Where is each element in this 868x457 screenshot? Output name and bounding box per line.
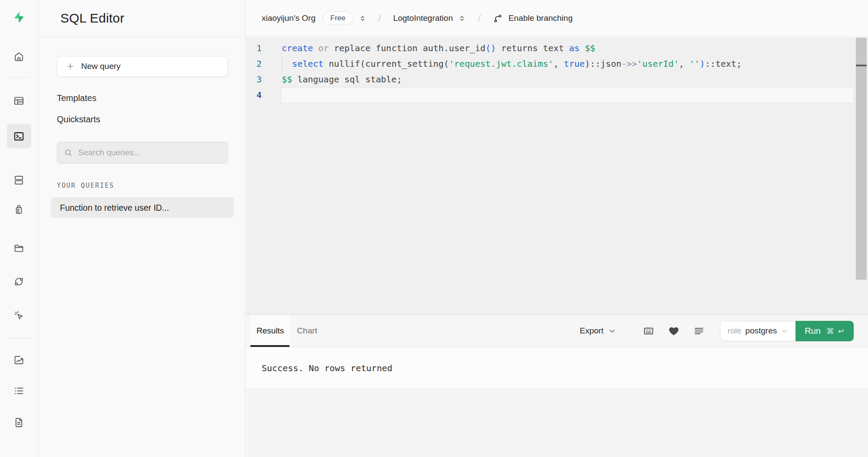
sidebar-item-reports[interactable]: [10, 350, 29, 369]
sidebar-item-api-docs[interactable]: [10, 413, 29, 432]
code-area[interactable]: 1create or replace function auth.user_id…: [246, 37, 868, 314]
run-button[interactable]: Run ⌘ ↵: [796, 321, 854, 341]
plus-icon: [66, 62, 75, 71]
org-breadcrumb[interactable]: xiaoyijun's Org: [262, 13, 316, 23]
sql-editor-icon: [13, 131, 25, 142]
scrollbar-cursor-marker: [856, 65, 867, 66]
sidebar-item-database[interactable]: [10, 170, 29, 189]
chevrons-up-down-icon: [359, 14, 366, 23]
new-query-button[interactable]: New query: [57, 56, 228, 77]
project-switcher-button[interactable]: [458, 14, 466, 23]
role-label: role: [728, 326, 742, 336]
run-shortcut: ⌘ ↵: [826, 326, 845, 336]
sidebar-item-realtime[interactable]: [10, 306, 29, 325]
cmd-key-glyph: ⌘: [826, 326, 834, 336]
logs-list-icon: [13, 385, 25, 397]
edge-functions-icon: [13, 276, 25, 287]
results-section: Results Chart Export: [246, 314, 868, 457]
line-number: 4: [246, 87, 281, 103]
main-area: xiaoyijun's Org Free / LogtoIntegration …: [246, 0, 868, 457]
run-label: Run: [805, 326, 821, 336]
role-selector[interactable]: role postgres: [720, 321, 796, 341]
queries-panel: SQL Editor New query Templates Quickstar…: [39, 0, 246, 457]
api-docs-file-icon: [13, 417, 25, 428]
rail-divider: [8, 77, 30, 78]
code-line-4[interactable]: 4: [246, 87, 868, 103]
line-number: 2: [246, 56, 281, 72]
tab-results[interactable]: Results: [250, 315, 290, 347]
sidebar-item-table-editor[interactable]: [10, 91, 29, 110]
toolbar-right-group: Export: [580, 321, 854, 341]
chevron-down-icon: [781, 327, 788, 335]
plan-badge: Free: [322, 11, 353, 25]
table-editor-icon: [13, 95, 25, 107]
code-line-text: select nullif(current_setting('request.j…: [282, 56, 742, 72]
role-run-control: role postgres Run ⌘ ↵: [720, 321, 854, 341]
storage-folder-icon: [13, 242, 25, 254]
panel-header: SQL Editor: [39, 0, 245, 37]
sidebar-item-storage[interactable]: [10, 238, 29, 258]
export-button[interactable]: Export: [580, 326, 616, 336]
code-line-text: $$ language sql stable;: [282, 72, 402, 87]
results-toolbar: Results Chart Export: [246, 314, 868, 347]
your-queries-label: YOUR QUERIES: [57, 182, 228, 189]
heart-icon: [668, 326, 679, 336]
code-line-2[interactable]: 2 select nullif(current_setting('request…: [246, 56, 868, 72]
search-queries-input[interactable]: [78, 148, 221, 157]
home-icon: [13, 51, 25, 62]
tab-chart[interactable]: Chart: [290, 315, 323, 347]
results-tabs: Results Chart: [246, 315, 324, 347]
reports-chart-icon: [13, 354, 25, 366]
templates-link[interactable]: Templates: [57, 93, 96, 103]
editor-scrollbar[interactable]: [856, 38, 867, 280]
breadcrumb-separator: /: [378, 13, 381, 24]
supabase-logo-icon: [12, 10, 26, 24]
chevron-down-icon: [608, 327, 616, 335]
project-breadcrumb[interactable]: LogtoIntegration: [393, 13, 453, 23]
role-value: postgres: [745, 326, 777, 336]
query-list-item[interactable]: Function to retrieve user ID...: [51, 197, 234, 218]
code-line-3[interactable]: 3$$ language sql stable;: [246, 72, 868, 87]
realtime-cursor-icon: [13, 310, 25, 321]
keyboard-icon: [643, 326, 654, 336]
keyboard-shortcuts-button[interactable]: [641, 323, 657, 339]
rail-divider: [8, 338, 30, 338]
code-line-text: create or replace function auth.user_id(…: [282, 40, 595, 56]
new-query-label: New query: [81, 62, 121, 71]
align-left-icon: [694, 326, 704, 336]
favorite-button[interactable]: [666, 323, 682, 339]
query-status-message: Success. No rows returned: [246, 347, 868, 389]
breadcrumb-separator: /: [478, 13, 480, 24]
database-icon: [13, 174, 25, 186]
line-number: 1: [246, 40, 281, 56]
code-editor[interactable]: 1create or replace function auth.user_id…: [246, 37, 868, 314]
export-label: Export: [580, 326, 604, 336]
line-number: 3: [246, 72, 281, 87]
enable-branching-button[interactable]: Enable branching: [493, 13, 573, 23]
format-lines-button[interactable]: [691, 323, 707, 339]
enter-key-glyph: ↵: [838, 326, 845, 336]
nav-rail: [0, 0, 38, 457]
auth-lock-icon: [13, 204, 25, 215]
enable-branching-label: Enable branching: [509, 13, 573, 23]
sidebar-item-authentication[interactable]: [10, 200, 29, 219]
sidebar-item-home[interactable]: [10, 47, 29, 66]
supabase-logo[interactable]: [10, 9, 28, 26]
sql-editor-app: SQL Editor New query Templates Quickstar…: [0, 0, 868, 457]
search-icon: [64, 148, 73, 157]
chevrons-up-down-icon: [458, 14, 466, 23]
code-line-1[interactable]: 1create or replace function auth.user_id…: [246, 40, 868, 56]
search-box: [57, 142, 228, 163]
sidebar-item-edge-functions[interactable]: [10, 272, 29, 291]
page-title: SQL Editor: [60, 11, 125, 26]
quickstarts-link[interactable]: Quickstarts: [57, 114, 100, 124]
sidebar-item-sql-editor[interactable]: [7, 124, 31, 148]
org-switcher-button[interactable]: [359, 14, 366, 23]
git-branch-icon: [493, 13, 503, 23]
breadcrumb-bar: xiaoyijun's Org Free / LogtoIntegration …: [246, 0, 868, 37]
panel-body: New query Templates Quickstarts YOUR QUE…: [39, 37, 245, 218]
sidebar-item-logs[interactable]: [10, 381, 29, 400]
